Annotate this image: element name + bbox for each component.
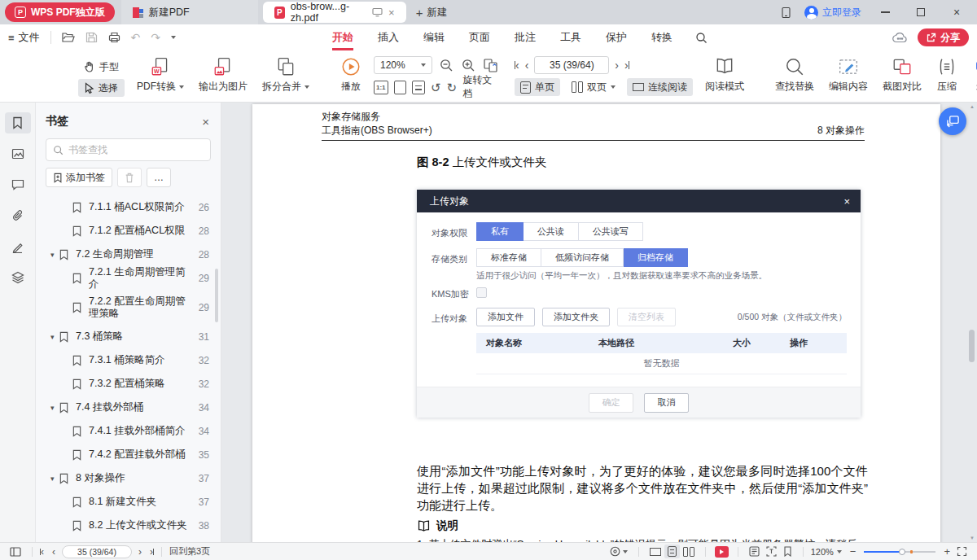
fit-page-icon[interactable]	[394, 81, 407, 94]
app-button[interactable]: P WPS PDF独立版	[5, 2, 115, 22]
rail-thumbnails-button[interactable]	[5, 143, 31, 164]
cloud-sync-icon[interactable]	[892, 32, 908, 43]
screenshot-compare-button[interactable]: 截图对比	[875, 56, 929, 94]
rail-signature-button[interactable]	[5, 236, 31, 257]
save-icon[interactable]	[85, 32, 98, 43]
last-page-icon[interactable]: ›	[150, 546, 154, 558]
rotate-right-icon[interactable]: ↻	[447, 81, 458, 94]
edit-content-button[interactable]: 编辑内容	[821, 56, 875, 94]
redo-icon[interactable]: ↷	[151, 31, 160, 44]
rail-layers-button[interactable]	[5, 267, 31, 288]
expand-triangle-icon[interactable]: ▾	[50, 404, 59, 412]
bookmark-search-input[interactable]	[68, 144, 191, 155]
menu-tab-insert[interactable]: 插入	[376, 25, 401, 50]
panel-scrollbar-thumb[interactable]	[215, 269, 218, 322]
prev-page-icon[interactable]: ‹	[52, 546, 55, 558]
bookmark-search[interactable]	[46, 138, 211, 161]
rail-attachments-button[interactable]	[5, 205, 31, 226]
zoom-in-plus-icon[interactable]: +	[940, 545, 953, 558]
ai-translate-floating-button[interactable]	[939, 107, 966, 135]
double-page-icon[interactable]	[680, 547, 698, 557]
bookmark-item[interactable]: 7.1.1 桶ACL权限简介26	[36, 195, 221, 219]
menu-tab-protect[interactable]: 保护	[604, 25, 629, 50]
share-button[interactable]: 分享	[918, 28, 969, 46]
window-minimize-button[interactable]	[873, 3, 897, 21]
zoom-select[interactable]: 120%	[374, 56, 432, 74]
next-page-icon[interactable]: ›	[138, 546, 142, 558]
find-replace-button[interactable]: 查找替换	[768, 56, 821, 94]
split-merge-button[interactable]: 拆分合并	[255, 56, 317, 94]
pdf-convert-button[interactable]: W PDF转换	[129, 56, 191, 94]
bookmark-item[interactable]: 7.3.2 配置桶策略32	[36, 372, 221, 396]
scroll-down-icon[interactable]: ▼	[969, 536, 975, 540]
close-tab-icon[interactable]: ×	[388, 7, 395, 18]
window-close-button[interactable]: ×	[944, 3, 969, 21]
rail-bookmarks-button[interactable]	[5, 112, 31, 133]
zoom-slider[interactable]	[864, 551, 935, 553]
rail-comments-button[interactable]	[5, 174, 31, 195]
reader-view-icon[interactable]	[746, 546, 763, 557]
menu-tab-convert[interactable]: 转换	[650, 25, 674, 50]
bookmark-item[interactable]: ▾8 对象操作37	[36, 466, 221, 490]
compress-button[interactable]: 压缩	[929, 56, 965, 94]
bookmark-item[interactable]: 7.2.2 配置生命周期管理策略29	[36, 291, 221, 325]
toggle-sidebar-icon[interactable]	[7, 547, 24, 557]
first-page-icon[interactable]: ‹	[40, 546, 44, 558]
full-translate-button[interactable]: A 全文翻译	[970, 58, 977, 76]
bookmark-item[interactable]: ▾7.4 挂载外部桶34	[36, 396, 221, 419]
fullscreen-icon[interactable]	[953, 546, 970, 557]
menu-tab-start[interactable]: 开始	[331, 25, 355, 50]
expand-triangle-icon[interactable]: ▾	[50, 333, 59, 341]
expand-triangle-icon[interactable]: ▾	[50, 475, 59, 483]
rotate-left-icon[interactable]: ↺	[431, 81, 441, 94]
bookmark-item[interactable]: 7.1.2 配置桶ACL权限28	[36, 219, 221, 243]
device-sync-icon[interactable]	[781, 7, 793, 19]
print-icon[interactable]	[108, 32, 120, 43]
next-page-icon[interactable]: ›	[615, 59, 619, 72]
zoom-out-icon[interactable]	[438, 57, 454, 73]
zoom-out-minus-icon[interactable]: −	[847, 545, 860, 558]
word-translate-button[interactable]: 划词翻译	[970, 79, 977, 97]
select-tool-button[interactable]: 选择	[78, 79, 125, 97]
chevron-down-icon[interactable]	[171, 36, 176, 39]
last-page-icon[interactable]: ›	[624, 59, 629, 72]
bookmark-item[interactable]: 7.4.2 配置挂载外部桶35	[36, 443, 221, 466]
page-number-field[interactable]: 35 (39/64)	[62, 545, 132, 558]
expand-triangle-icon[interactable]: ▾	[50, 251, 59, 259]
page-number-field[interactable]: 35 (39/64)	[534, 56, 609, 74]
menu-tab-tools[interactable]: 工具	[559, 25, 583, 50]
undo-icon[interactable]: ↶	[131, 31, 141, 44]
delete-bookmark-button[interactable]	[117, 168, 142, 187]
menu-tab-annotate[interactable]: 批注	[513, 25, 537, 50]
actual-size-button[interactable]: 1:1	[374, 81, 388, 94]
scroll-up-icon[interactable]: ▲	[969, 104, 975, 109]
bookmark-ribbon-icon[interactable]	[780, 546, 795, 557]
login-button[interactable]: 立即登录	[804, 6, 861, 20]
text-select-icon[interactable]	[763, 546, 780, 557]
close-panel-icon[interactable]: ×	[202, 115, 209, 129]
continuous-read-button[interactable]: 连续阅读	[627, 78, 693, 96]
scrollbar-thumb[interactable]	[969, 330, 975, 362]
more-options-button[interactable]: …	[147, 168, 171, 187]
bookmark-item[interactable]: 7.2.1 生命周期管理简介29	[36, 266, 221, 291]
menu-tab-page[interactable]: 页面	[467, 25, 492, 50]
search-icon[interactable]	[695, 32, 708, 44]
rotate-doc-label[interactable]: 旋转文档	[462, 73, 498, 101]
window-maximize-button[interactable]	[909, 3, 933, 21]
bookmark-item[interactable]: 7.4.1 挂载外部桶简介34	[36, 419, 221, 443]
bookmark-item[interactable]: 8.1 新建文件夹37	[36, 490, 221, 514]
auto-scroll-icon[interactable]	[607, 546, 631, 557]
single-page-icon[interactable]	[664, 545, 680, 558]
open-folder-icon[interactable]	[62, 32, 75, 43]
export-image-button[interactable]: 输出为图片	[191, 56, 255, 94]
replace-pages-icon[interactable]	[482, 57, 498, 73]
hand-tool-button[interactable]: 手型	[78, 58, 125, 76]
back-to-page-link[interactable]: 回到第3页	[169, 545, 210, 558]
bookmark-item[interactable]: 8.2 上传文件或文件夹38	[36, 514, 221, 537]
zoom-in-icon[interactable]	[460, 57, 476, 73]
slideshow-play-button[interactable]	[715, 546, 729, 558]
document-scrollbar[interactable]: ▲ ▼	[968, 103, 976, 542]
menu-tab-edit[interactable]: 编辑	[422, 25, 446, 50]
tab-document-active[interactable]: P obs-brow...g-zh.pdf ×	[263, 2, 406, 23]
bookmark-item[interactable]: ▾7.3 桶策略31	[36, 325, 221, 348]
